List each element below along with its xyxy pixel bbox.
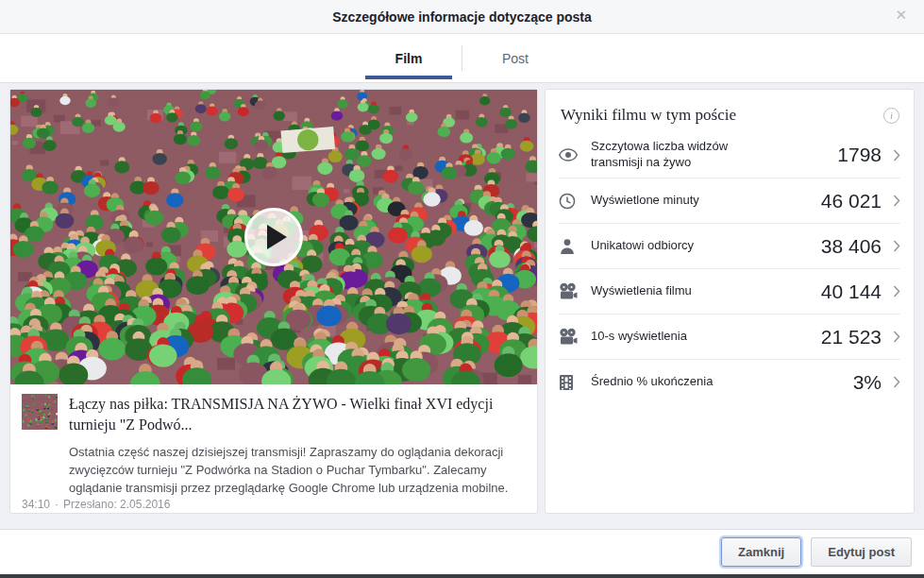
video-camera-icon (559, 328, 581, 346)
chevron-right-icon (893, 285, 900, 298)
tab-bar: Film Post (0, 34, 924, 83)
active-tab-indicator (365, 76, 452, 79)
close-icon[interactable]: ✕ (895, 8, 907, 22)
results-header: Wyniki filmu w tym poście i (546, 90, 914, 132)
post-title: Łączy nas piłka: TRANSMISJA NA ŻYWO - Wi… (69, 394, 526, 434)
metric-label: Szczytowa liczba widzów transmisji na ży… (591, 139, 780, 171)
metric-label: Unikatowi odbiorcy (591, 238, 780, 254)
page-background-strip (0, 574, 924, 578)
video-player[interactable] (10, 90, 537, 384)
post-thumbnail (22, 394, 58, 430)
modal-content: Łączy nas piłka: TRANSMISJA NA ŻYWO - Wi… (0, 83, 924, 529)
metric-row-10s-views[interactable]: 10-s wyświetlenia 21 523 (559, 314, 900, 359)
modal-footer: Zamknij Edytuj post (0, 529, 924, 574)
video-duration: 34:10 (22, 498, 50, 511)
metric-label: Wyświetlenia filmu (591, 283, 780, 299)
video-results-card: Wyniki filmu w tym poście i Szczytowa li… (545, 89, 915, 514)
play-icon (267, 225, 287, 249)
chevron-right-icon (893, 240, 900, 252)
metric-row-minutes-viewed[interactable]: Wyświetlone minuty 46 021 (559, 178, 900, 223)
post-details-modal: Szczegółowe informacje dotyczące posta ✕… (0, 0, 924, 578)
metric-value: 1798 (837, 144, 882, 166)
metric-value: 40 144 (821, 280, 882, 303)
metric-row-unique-viewers[interactable]: Unikatowi odbiorcy 38 406 (559, 223, 900, 268)
metric-value: 3% (853, 371, 882, 394)
tab-film[interactable]: Film (356, 34, 462, 82)
post-head: Łączy nas piłka: TRANSMISJA NA ŻYWO - Wi… (10, 384, 537, 434)
edit-post-button[interactable]: Edytuj post (811, 537, 912, 567)
tab-post[interactable]: Post (462, 34, 568, 82)
metric-row-avg-completion[interactable]: Średnio % ukończenia 3% (559, 359, 900, 404)
metric-label: Średnio % ukończenia (591, 374, 780, 390)
metric-value: 21 523 (821, 326, 882, 348)
tab-post-label: Post (502, 51, 529, 66)
eye-icon (559, 148, 581, 162)
metric-label: Wyświetlone minuty (591, 193, 780, 209)
metric-value: 38 406 (821, 235, 882, 258)
chevron-right-icon (893, 195, 900, 207)
chevron-right-icon (893, 149, 900, 162)
chevron-right-icon (893, 376, 900, 388)
metrics-list: Szczytowa liczba widzów transmisji na ży… (559, 132, 900, 404)
metric-label: 10-s wyświetlenia (591, 329, 780, 345)
modal-title: Szczegółowe informacje dotyczące posta (332, 9, 592, 25)
post-description: Ostatnia część naszej dzisiejszej transm… (69, 444, 524, 498)
meta-separator: · (55, 498, 59, 511)
close-button[interactable]: Zamknij (721, 537, 801, 567)
metric-value: 46 021 (821, 190, 882, 212)
modal-header: Szczegółowe informacje dotyczące posta ✕ (0, 0, 924, 34)
upload-date: Przesłano: 2.05.2016 (63, 498, 170, 511)
person-icon (559, 238, 581, 255)
metric-row-peak-live-viewers[interactable]: Szczytowa liczba widzów transmisji na ży… (559, 132, 900, 178)
clock-icon (559, 193, 581, 210)
video-post-card: Łączy nas piłka: TRANSMISJA NA ŻYWO - Wi… (9, 89, 538, 514)
chevron-right-icon (893, 331, 900, 343)
film-strip-icon (559, 374, 581, 391)
post-meta: 34:10·Przesłano: 2.05.2016 (10, 498, 537, 520)
video-camera-icon (559, 282, 581, 300)
tab-film-label: Film (395, 51, 423, 66)
play-button[interactable] (244, 208, 303, 266)
metric-row-video-views[interactable]: Wyświetlenia filmu 40 144 (559, 268, 900, 314)
results-heading: Wyniki filmu w tym poście (561, 106, 736, 125)
info-icon[interactable]: i (883, 108, 899, 124)
